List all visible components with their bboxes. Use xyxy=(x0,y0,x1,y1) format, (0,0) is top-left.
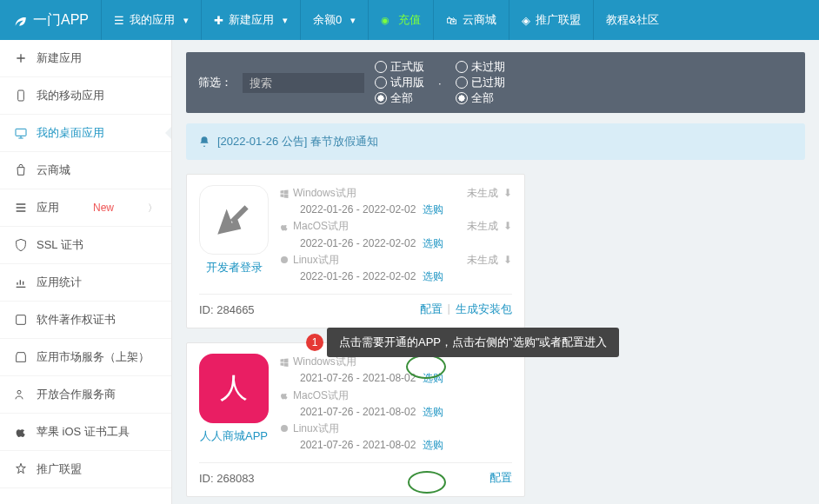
nav-mall[interactable]: 🛍云商城 xyxy=(433,0,509,40)
sidebar-label: 开放合作服务商 xyxy=(37,387,116,402)
sidebar-item-cert[interactable]: 软件著作权证书 xyxy=(0,302,171,339)
desktop-icon xyxy=(14,126,28,140)
buy-link[interactable]: 选购 xyxy=(423,235,443,252)
filter-bar: 筛选： 正式版试用版全部 · 未过期已过期全部 xyxy=(186,52,805,113)
os-icon xyxy=(279,357,290,368)
sidebar-item-list[interactable]: 应用New〉 xyxy=(0,189,171,227)
filter-radio[interactable]: 正式版 xyxy=(375,59,424,75)
filter-radio[interactable]: 未过期 xyxy=(456,59,505,75)
sidebar-item-store[interactable]: 应用市场服务（上架） xyxy=(0,339,171,376)
app-card: 开发者登录Windows试用未生成⬇2022-01-26 - 2022-02-0… xyxy=(186,174,525,328)
config-link[interactable]: 配置 xyxy=(420,302,443,317)
config-link[interactable]: 配置 xyxy=(489,470,512,486)
sidebar-label: 苹果 iOS 证书工具 xyxy=(37,424,130,440)
download-icon: ⬇ xyxy=(503,218,512,235)
list-icon xyxy=(14,201,28,215)
nav-newapp[interactable]: ✚新建应用 xyxy=(201,0,300,40)
buy-link[interactable]: 选购 xyxy=(423,404,443,421)
top-nav: 一门APP ☰我的应用 ✚新建应用 余额0 充值 🛍云商城 ◈推广联盟 教程&社… xyxy=(0,0,819,40)
nav-recharge[interactable]: 充值 xyxy=(368,0,433,40)
sidebar-item-desktop[interactable]: 我的桌面应用 xyxy=(0,115,171,152)
sidebar-label: 应用市场服务（上架） xyxy=(37,349,150,365)
search-input[interactable] xyxy=(243,73,364,93)
date-row: 2021-07-26 - 2021-08-02选购 xyxy=(279,404,512,421)
filter-radio[interactable]: 试用版 xyxy=(375,75,424,90)
os-label: Linux试用 xyxy=(293,252,339,269)
promo-icon xyxy=(14,462,28,476)
nav-promo[interactable]: ◈推广联盟 xyxy=(509,0,593,40)
filter-radio[interactable]: 全部 xyxy=(456,90,505,106)
sidebar-item-bag[interactable]: 云商城 xyxy=(0,152,171,189)
apple-icon xyxy=(14,425,28,439)
logo-text: 一门APP xyxy=(33,11,89,30)
logo: 一门APP xyxy=(0,0,101,40)
sidebar-item-shield[interactable]: SSL 证书 xyxy=(0,227,171,264)
notice-banner[interactable]: [2022-01-26 公告] 春节放假通知 xyxy=(186,123,805,160)
tutorial-tip: 1 点击需要开通的APP，点击右侧的"选购"或者配置进入 xyxy=(327,328,619,357)
nav-tutorial[interactable]: 教程&社区 xyxy=(593,0,671,40)
sidebar-item-plus[interactable]: 新建应用 xyxy=(0,40,171,77)
date-range: 2022-01-26 - 2022-02-02 xyxy=(300,235,416,252)
os-icon xyxy=(279,222,290,232)
sidebar-label: 应用 xyxy=(37,200,59,216)
status-text: 未生成 xyxy=(467,252,498,269)
generate-link[interactable]: 生成安装包 xyxy=(456,302,512,317)
sidebar-label: 应用统计 xyxy=(37,275,82,290)
download-icon: ⬇ xyxy=(503,252,512,269)
os-icon xyxy=(279,390,290,401)
svg-rect-1 xyxy=(16,129,26,136)
app-icon: 人 xyxy=(199,354,269,423)
sidebar-label: 推广联盟 xyxy=(37,461,82,477)
filter-radio[interactable]: 已过期 xyxy=(456,75,505,90)
svg-rect-2 xyxy=(17,315,26,325)
sidebar-item-promo[interactable]: 推广联盟 xyxy=(0,451,171,488)
sidebar-item-chart[interactable]: 应用统计 xyxy=(0,264,171,302)
app-name[interactable]: 人人商城APP xyxy=(199,428,269,444)
sidebar-label: 软件著作权证书 xyxy=(37,312,116,328)
date-range: 2021-07-26 - 2021-08-02 xyxy=(300,370,416,387)
date-range: 2021-07-26 - 2021-08-02 xyxy=(300,404,416,421)
chart-icon xyxy=(14,275,28,289)
os-icon xyxy=(279,189,290,199)
main-content: 筛选： 正式版试用版全部 · 未过期已过期全部 [2022-01-26 公告] … xyxy=(172,40,819,504)
sidebar-label: 云商城 xyxy=(37,162,70,178)
plus-icon xyxy=(14,51,28,65)
sidebar-label: 我的桌面应用 xyxy=(37,125,104,141)
buy-link[interactable]: 选购 xyxy=(423,202,443,218)
cert-icon xyxy=(14,313,28,327)
os-label: Linux试用 xyxy=(293,421,339,437)
tip-text: 点击需要开通的APP，点击右侧的"选购"或者配置进入 xyxy=(339,335,607,350)
date-row: 2021-07-26 - 2021-08-02选购 xyxy=(279,437,512,454)
platform-row: MacOS试用 xyxy=(279,388,512,404)
bag-icon xyxy=(14,163,28,177)
nav-balance[interactable]: 余额0 xyxy=(300,0,368,40)
new-badge: New xyxy=(93,202,114,214)
sidebar-label: SSL 证书 xyxy=(37,237,83,253)
date-row: 2022-01-26 - 2022-02-02选购 xyxy=(279,269,512,285)
filter-radio[interactable]: 全部 xyxy=(375,90,424,106)
date-range: 2022-01-26 - 2022-02-02 xyxy=(300,202,416,218)
date-range: 2021-07-26 - 2021-08-02 xyxy=(300,437,416,454)
svg-point-5 xyxy=(281,425,288,432)
store-icon xyxy=(14,350,28,364)
app-name[interactable]: 开发者登录 xyxy=(199,260,269,275)
os-label: MacOS试用 xyxy=(293,388,349,404)
buy-link[interactable]: 选购 xyxy=(423,437,443,454)
filter-label: 筛选： xyxy=(198,75,232,90)
date-row: 2022-01-26 - 2022-02-02选购 xyxy=(279,235,512,252)
date-row: 2022-01-26 - 2022-02-02选购 xyxy=(279,202,512,218)
sidebar-item-apple[interactable]: 苹果 iOS 证书工具 xyxy=(0,414,171,451)
status-text: 未生成 xyxy=(467,185,498,202)
svg-point-4 xyxy=(281,256,288,263)
sidebar-label: 新建应用 xyxy=(37,50,82,66)
partner-icon xyxy=(14,388,28,401)
buy-link[interactable]: 选购 xyxy=(423,269,443,285)
sidebar-item-mobile[interactable]: 我的移动应用 xyxy=(0,77,171,115)
download-icon: ⬇ xyxy=(503,185,512,202)
notice-text: [2022-01-26 公告] 春节放假通知 xyxy=(217,134,378,149)
tip-number: 1 xyxy=(306,334,323,351)
sidebar-item-partner[interactable]: 开放合作服务商 xyxy=(0,376,171,414)
nav-myapps[interactable]: ☰我的应用 xyxy=(101,0,201,40)
sidebar: 新建应用我的移动应用我的桌面应用云商城应用New〉SSL 证书应用统计软件著作权… xyxy=(0,40,172,504)
buy-link[interactable]: 选购 xyxy=(423,370,443,387)
